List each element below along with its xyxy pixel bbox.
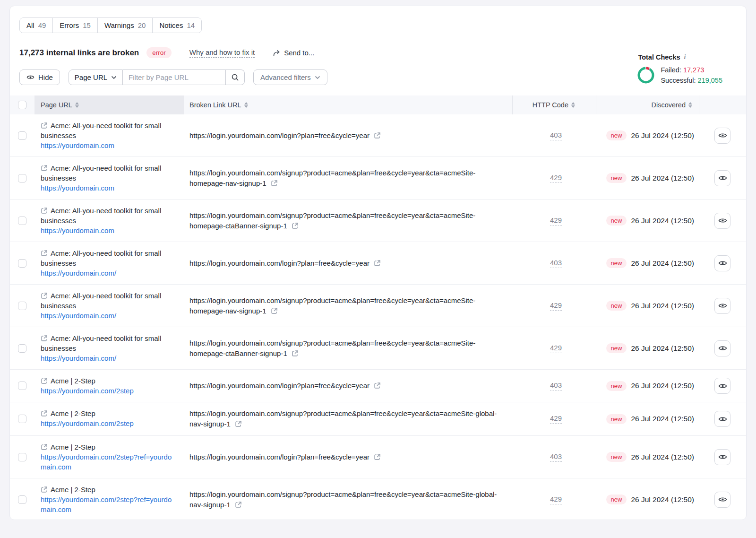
row-checkbox[interactable] — [18, 415, 26, 423]
page-title-block: Acme: All-you-need toolkit for small bus… — [41, 248, 177, 268]
select-all-checkbox[interactable] — [18, 101, 26, 109]
external-link-icon[interactable] — [292, 222, 299, 229]
why-how-to-fix-link[interactable]: Why and how to fix it — [189, 48, 255, 58]
select-all-cell — [10, 95, 34, 114]
external-link-icon[interactable] — [41, 292, 48, 299]
row-checkbox[interactable] — [18, 131, 26, 140]
eye-icon — [718, 216, 727, 225]
external-link-icon[interactable] — [374, 260, 381, 267]
row-checkbox[interactable] — [18, 302, 26, 310]
http-code[interactable]: 403 — [550, 381, 562, 390]
page-url-link[interactable]: https://yourdomain.com/2step — [41, 386, 134, 396]
external-link-icon[interactable] — [292, 350, 299, 357]
row-checkbox[interactable] — [18, 382, 26, 390]
tab-errors[interactable]: Errors 15 — [53, 18, 98, 33]
external-link-icon[interactable] — [41, 165, 48, 172]
http-code[interactable]: 403 — [550, 259, 562, 268]
http-code[interactable]: 429 — [550, 301, 562, 311]
http-code[interactable]: 403 — [550, 131, 562, 140]
column-header-broken-link-url[interactable]: Broken Link URL — [184, 95, 512, 114]
page-url-link[interactable]: https://yourdomain.com/2step?ref=yourdom… — [41, 452, 177, 472]
discovered-date: 26 Jul 2024 (12:50) — [631, 453, 694, 461]
page-title-block: Acme: All-you-need toolkit for small bus… — [41, 206, 177, 226]
new-badge: new — [606, 452, 627, 462]
external-link-icon[interactable] — [271, 307, 278, 314]
send-arrow-icon — [273, 49, 280, 57]
hide-button[interactable]: Hide — [19, 69, 60, 85]
page-url-link[interactable]: https://yourdomain.com — [41, 226, 114, 235]
page-url-link[interactable]: https://yourdomain.com/ — [41, 311, 116, 321]
page-url-cell: Acme: All-you-need toolkit for small bus… — [34, 206, 184, 235]
filter-url-input[interactable] — [123, 69, 226, 85]
new-badge: new — [606, 343, 627, 353]
http-code[interactable]: 429 — [550, 174, 562, 183]
external-link-icon[interactable] — [41, 122, 48, 129]
external-link-icon[interactable] — [235, 420, 242, 427]
external-link-icon[interactable] — [41, 377, 48, 384]
page-title: Acme: All-you-need toolkit for small bus… — [41, 334, 161, 352]
external-link-icon[interactable] — [374, 132, 381, 139]
column-header-discovered[interactable]: Discovered — [596, 95, 699, 114]
external-link-icon[interactable] — [374, 382, 381, 389]
broken-link-cell: https://login.yourdomain.com/signup?prod… — [184, 333, 512, 363]
info-icon[interactable]: i — [684, 53, 686, 61]
view-details-button[interactable] — [714, 128, 730, 144]
external-link-icon[interactable] — [41, 335, 48, 342]
external-link-icon[interactable] — [41, 443, 48, 451]
view-details-button[interactable] — [714, 213, 730, 229]
tab-warnings[interactable]: Warnings 20 — [98, 18, 153, 33]
tab-notices[interactable]: Notices 14 — [153, 18, 201, 33]
broken-url: https://login.yourdomain.com/signup?prod… — [189, 296, 475, 315]
view-details-button[interactable] — [714, 449, 730, 465]
view-details-button[interactable] — [714, 378, 730, 394]
eye-icon — [718, 131, 727, 140]
tab-errors-count: 15 — [83, 21, 91, 29]
page-url-link[interactable]: https://yourdomain.com/2step?ref=yourdom… — [41, 495, 177, 514]
view-details-button[interactable] — [714, 255, 730, 271]
row-checkbox[interactable] — [18, 495, 26, 504]
page-url-cell: Acme | 2-Step https://yourdomain.com/2st… — [34, 376, 184, 396]
http-code[interactable]: 429 — [550, 344, 562, 353]
row-checkbox[interactable] — [18, 344, 26, 353]
external-link-icon[interactable] — [41, 486, 48, 493]
row-checkbox[interactable] — [18, 453, 26, 461]
external-link-icon[interactable] — [271, 180, 278, 187]
page-url-link[interactable]: https://yourdomain.com — [41, 183, 114, 193]
view-details-button[interactable] — [714, 411, 730, 427]
broken-url-block: https://login.yourdomain.com/login?plan=… — [189, 130, 381, 141]
view-details-button[interactable] — [714, 170, 730, 186]
page-title: Acme | 2-Step — [51, 409, 95, 417]
send-to-button[interactable]: Send to... — [273, 49, 314, 57]
new-badge: new — [606, 216, 627, 226]
external-link-icon[interactable] — [235, 501, 242, 508]
view-details-button[interactable] — [714, 492, 730, 508]
search-button[interactable] — [226, 69, 245, 85]
broken-url: https://login.yourdomain.com/login?plan=… — [189, 382, 369, 390]
view-details-button[interactable] — [714, 298, 730, 314]
row-checkbox[interactable] — [18, 259, 26, 268]
http-code[interactable]: 429 — [550, 414, 562, 424]
filter-field-dropdown[interactable]: Page URL — [69, 69, 123, 85]
row-checkbox-cell — [10, 408, 34, 429]
column-header-http-code[interactable]: HTTP Code — [512, 95, 596, 114]
page-url-link[interactable]: https://yourdomain.com/2step — [41, 418, 134, 428]
advanced-filters-button[interactable]: Advanced filters — [253, 69, 327, 85]
http-code[interactable]: 403 — [550, 452, 562, 462]
page-url-link[interactable]: https://yourdomain.com/ — [41, 353, 116, 363]
external-link-icon[interactable] — [41, 207, 48, 214]
external-link-icon[interactable] — [374, 453, 381, 460]
row-checkbox-cell — [10, 376, 34, 396]
external-link-icon[interactable] — [41, 250, 48, 257]
page-url-cell: Acme: All-you-need toolkit for small bus… — [34, 248, 184, 278]
row-checkbox[interactable] — [18, 217, 26, 225]
row-checkbox[interactable] — [18, 174, 26, 182]
page-url-link[interactable]: https://yourdomain.com — [41, 140, 114, 150]
http-code[interactable]: 429 — [550, 216, 562, 226]
external-link-icon[interactable] — [41, 410, 48, 417]
actions-cell — [699, 163, 746, 193]
column-header-page-url[interactable]: Page URL — [34, 95, 184, 114]
http-code[interactable]: 429 — [550, 495, 562, 504]
tab-all[interactable]: All 49 — [20, 18, 53, 33]
page-url-link[interactable]: https://yourdomain.com/ — [41, 268, 116, 278]
view-details-button[interactable] — [714, 340, 730, 356]
